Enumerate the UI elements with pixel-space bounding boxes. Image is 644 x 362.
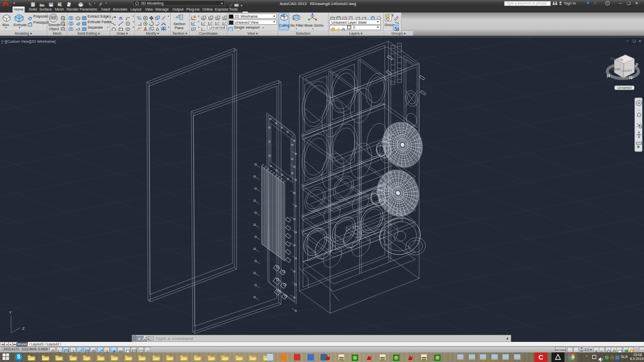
svg-text:REAR: REAR (612, 68, 620, 71)
svg-text:?: ? (607, 2, 609, 5)
svg-text:Y: Y (9, 310, 12, 315)
svg-text:Z: Z (22, 326, 25, 331)
